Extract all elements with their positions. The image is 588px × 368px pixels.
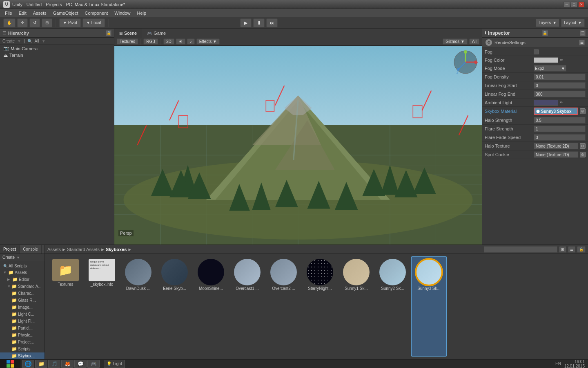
tree-physics[interactable]: 📁 Physic... <box>0 332 45 339</box>
tree-standard-assets[interactable]: ▼ 📁 Standard A... <box>0 283 45 290</box>
taskbar-skype[interactable]: 💬 <box>74 360 87 368</box>
menu-assets[interactable]: Assets <box>30 10 50 16</box>
tab-game[interactable]: 🎮 Game <box>142 29 171 38</box>
asset-sunny1[interactable]: Sunny1 Sk... <box>339 257 374 356</box>
tree-characters[interactable]: 📁 Charac... <box>0 290 45 297</box>
start-button[interactable] <box>0 359 20 368</box>
move-tool[interactable]: ✛ <box>17 18 28 27</box>
menu-edit[interactable]: Edit <box>16 10 30 16</box>
flare-strength-input[interactable] <box>534 126 586 132</box>
tree-projectors[interactable]: 📁 Project... <box>0 339 45 346</box>
tree-images[interactable]: 📁 Image... <box>0 304 45 311</box>
taskbar-ie[interactable] <box>22 360 34 368</box>
toggle-2d[interactable]: 2D <box>163 38 174 45</box>
linear-fog-start-input[interactable] <box>534 82 586 89</box>
menu-gameobject[interactable]: GameObject <box>50 10 82 16</box>
spot-cookie-field[interactable]: None (Texture 2D) <box>534 151 578 158</box>
layout-dropdown[interactable]: Layout ▼ <box>561 19 585 27</box>
minimize-button[interactable]: ─ <box>564 2 570 7</box>
breadcrumb-standard-assets[interactable]: Standard Assets <box>67 247 100 252</box>
asset-sunny3[interactable]: Sunny3 Sk... <box>412 257 446 356</box>
asset-starry[interactable]: StarryNight... <box>303 257 337 356</box>
fog-color-edit-icon[interactable]: ✏ <box>560 58 563 62</box>
halo-strength-input[interactable] <box>534 117 586 123</box>
create-label[interactable]: Create <box>2 255 15 260</box>
play-button[interactable]: ▶ <box>240 18 252 27</box>
menu-window[interactable]: Window <box>111 10 134 16</box>
tree-skyboxes[interactable]: 📁 Skybox... <box>0 352 45 359</box>
rotate-tool[interactable]: ↺ <box>29 18 40 27</box>
asset-sunny2[interactable]: Sunny2 Sk... <box>375 257 410 356</box>
sun-icon[interactable]: ☀ <box>176 38 185 45</box>
ambient-color-swatch[interactable] <box>534 100 558 105</box>
flare-fade-speed-input[interactable] <box>534 134 586 141</box>
tree-editor[interactable]: ▶ 📁 Editor <box>0 276 45 283</box>
menu-file[interactable]: File <box>2 10 16 16</box>
asset-options-btn[interactable]: ⊞ <box>559 246 566 253</box>
step-button[interactable]: ⏭ <box>266 18 278 27</box>
hierarchy-create[interactable]: Create <box>2 39 15 43</box>
menu-help[interactable]: Help <box>134 10 149 16</box>
fog-color-swatch[interactable] <box>534 57 558 63</box>
fog-mode-dropdown[interactable]: Exp2 ▼ <box>534 65 566 72</box>
hierarchy-lock[interactable]: 🔒 <box>106 30 111 36</box>
asset-eerie[interactable]: Eerie Skyb... <box>157 257 192 356</box>
hierarchy-item-terrain[interactable]: ⛰ Terrain <box>0 52 114 58</box>
spot-cookie-target[interactable]: ⊙ <box>580 152 586 157</box>
taskbar-folder[interactable]: 📁 <box>35 360 47 368</box>
hand-tool[interactable]: ✋ <box>3 18 16 27</box>
audio-icon[interactable]: ♪ <box>187 38 195 45</box>
halo-texture-field[interactable]: None (Texture 2D) <box>534 143 578 149</box>
fog-checkbox[interactable] <box>534 49 539 54</box>
skybox-material-field[interactable]: ⬟ Sunny3 Skybox <box>534 108 578 115</box>
asset-textures-folder[interactable]: 📁 Textures <box>48 257 83 356</box>
scale-tool[interactable]: ⊞ <box>42 18 52 27</box>
hierarchy-all[interactable]: All <box>35 39 39 43</box>
tab-console[interactable]: Console <box>20 245 42 254</box>
linear-fog-end-input[interactable] <box>534 91 586 97</box>
taskbar-media[interactable]: 🎵 <box>48 360 60 368</box>
tree-light-flares[interactable]: 📁 Light Fl... <box>0 318 45 325</box>
pivot-button[interactable]: ▼ Pivot <box>59 18 81 27</box>
tree-all-scripts[interactable]: 🔍 All Scripts <box>0 263 45 269</box>
render-settings-menu-btn[interactable]: ☰ <box>579 40 585 45</box>
tree-scripts[interactable]: 📁 Scripts <box>0 346 45 352</box>
asset-lock-btn[interactable]: 🔒 <box>577 246 586 253</box>
asset-dawndusk[interactable]: DawnDusk ... <box>121 257 156 356</box>
ambient-edit-icon[interactable]: ✏ <box>560 100 563 105</box>
tab-project[interactable]: Project <box>0 245 20 254</box>
menu-component[interactable]: Component <box>81 10 111 16</box>
asset-skybox-info[interactable]: Neque porro quisquam est qui dolorem... … <box>85 257 119 356</box>
hierarchy-item-camera[interactable]: 📷 Main Camera <box>0 45 114 52</box>
asset-list-btn[interactable]: ☰ <box>568 246 575 253</box>
tree-glass[interactable]: 📁 Glass R... <box>0 297 45 304</box>
asset-moonshine[interactable]: MoonShine... <box>194 257 228 356</box>
search-all[interactable]: All <box>469 38 479 45</box>
fog-density-input[interactable] <box>534 74 586 80</box>
tree-particles[interactable]: 📁 Particl... <box>0 325 45 332</box>
pause-button[interactable]: ⏸ <box>253 18 265 27</box>
layers-dropdown[interactable]: Layers ▼ <box>536 19 559 27</box>
gizmos-dropdown[interactable]: Gizmos ▼ <box>443 38 468 45</box>
local-button[interactable]: ▼ Local <box>82 18 105 27</box>
scene-viewport[interactable]: Y X Z Persp <box>114 46 482 245</box>
effects-dropdown[interactable]: Effects ▼ <box>196 38 220 45</box>
breadcrumb-assets[interactable]: Assets <box>47 247 61 252</box>
halo-texture-target[interactable]: ⊙ <box>580 143 586 149</box>
taskbar-firefox[interactable]: 🦊 <box>61 360 74 368</box>
inspector-menu[interactable]: ☰ <box>580 30 586 36</box>
inspector-lock[interactable]: 🔒 <box>542 30 548 36</box>
tree-light-cookies[interactable]: 📁 Light C... <box>0 311 45 318</box>
skybox-target-button[interactable]: ⊙ <box>580 108 586 114</box>
tab-scene[interactable]: ⊞ Scene <box>114 29 142 38</box>
asset-overcast1[interactable]: Overcast1 ... <box>230 257 265 356</box>
taskbar-light-panel[interactable]: 💡 Light <box>104 360 125 368</box>
color-mode-dropdown[interactable]: RGB <box>143 38 158 45</box>
close-button[interactable]: ✕ <box>578 2 585 7</box>
render-mode-dropdown[interactable]: Textured <box>117 38 138 45</box>
breadcrumb-skyboxes[interactable]: Skyboxes <box>106 247 127 252</box>
taskbar-unity[interactable]: 🎮 <box>87 360 100 368</box>
asset-overcast2[interactable]: Overcast2 ... <box>266 257 301 356</box>
maximize-button[interactable]: □ <box>571 2 577 7</box>
tree-assets[interactable]: ▼ 📁 Assets <box>0 269 45 276</box>
